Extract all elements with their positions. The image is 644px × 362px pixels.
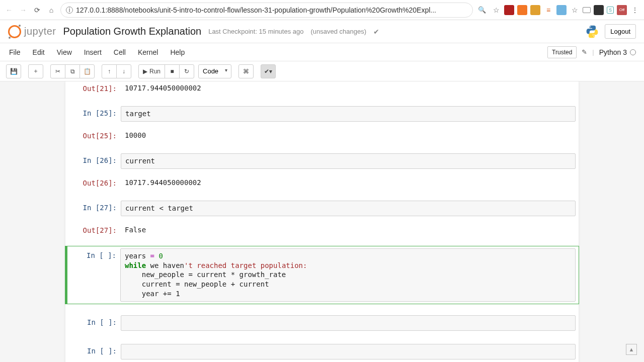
output-text: False <box>121 223 576 235</box>
ext-orange-icon[interactable] <box>517 5 527 15</box>
code-input[interactable]: target <box>121 106 576 122</box>
home-icon[interactable]: ⌂ <box>46 5 56 15</box>
output-row: Out[27]: False <box>65 221 579 237</box>
out-prompt: Out[21]: <box>65 81 121 93</box>
menubar: File Edit View Insert Cell Kernel Help T… <box>0 43 644 61</box>
ext-yellow-icon[interactable] <box>530 5 540 15</box>
overflow-icon[interactable]: ⋮ <box>630 5 640 15</box>
bookmark-star-icon[interactable]: ☆ <box>570 5 580 15</box>
code-input[interactable]: current < target <box>121 201 576 216</box>
code-cell[interactable]: In [25]: target <box>65 104 579 124</box>
notebook-scroll[interactable]: Out[21]: 10717.944050000002In [25]: targ… <box>0 81 644 362</box>
notebook: Out[21]: 10717.944050000002In [25]: targ… <box>65 81 579 362</box>
code-cell[interactable]: In [26]: current <box>65 151 579 171</box>
in-prompt: In [26]: <box>65 153 121 169</box>
star-icon[interactable]: ☆ <box>491 5 501 15</box>
checkpoint-text: Last Checkpoint: 15 minutes ago <box>208 28 303 35</box>
interrupt-button[interactable]: ■ <box>165 64 180 78</box>
code-cell-selected[interactable]: In [ ]: years = 0 while we haven't reach… <box>65 246 579 304</box>
back-icon[interactable]: ← <box>4 5 14 15</box>
cast-icon[interactable] <box>583 7 591 13</box>
ext-lines-icon[interactable]: ≡ <box>543 5 553 15</box>
code-input[interactable] <box>121 315 576 331</box>
scroll-top-button[interactable]: ▲ <box>626 344 637 355</box>
save-button[interactable]: 💾 <box>6 64 21 78</box>
ext-s-icon[interactable]: S <box>607 7 614 14</box>
output-text: 10717.944050000002 <box>121 176 576 188</box>
menu-file[interactable]: File <box>8 46 22 58</box>
ext-dark-icon[interactable] <box>594 5 604 15</box>
output-text: 10000 <box>121 129 576 140</box>
ext-off-icon[interactable]: Off <box>617 5 627 15</box>
python-logo-icon <box>585 24 600 39</box>
command-palette-button[interactable]: ⌘ <box>238 64 254 78</box>
menu-cell[interactable]: Cell <box>113 46 127 58</box>
kernel-indicator[interactable]: Python 3 <box>599 48 636 56</box>
check-icon: ✔ <box>373 28 379 36</box>
menu-edit[interactable]: Edit <box>32 46 46 58</box>
notebook-title[interactable]: Population Growth Explanation <box>63 26 202 37</box>
url-text: 127.0.0.1:8888/notebooks/unit-5-intro-to… <box>76 6 436 14</box>
kernel-status-icon <box>630 49 636 55</box>
output-row: Out[21]: 10717.944050000002 <box>65 81 579 95</box>
url-bar[interactable]: i 127.0.0.1:8888/notebooks/unit-5-intro-… <box>60 3 473 18</box>
ext-ublock-icon[interactable] <box>504 5 514 15</box>
cut-button[interactable]: ✂ <box>50 64 65 78</box>
output-row: Out[25]: 10000 <box>65 127 579 142</box>
in-prompt: In [ ]: <box>65 344 121 359</box>
in-prompt: In [ ]: <box>65 315 121 331</box>
code-input[interactable]: years = 0 while we haven't reached targe… <box>120 248 576 302</box>
extension-icons: ☆ ≡ ☆ S Off ⋮ <box>491 5 640 15</box>
move-up-button[interactable]: ↑ <box>102 64 117 78</box>
unsaved-text: (unsaved changes) <box>311 28 367 35</box>
output-row: Out[26]: 10717.944050000002 <box>65 174 579 190</box>
reload-icon[interactable]: ⟳ <box>32 5 42 15</box>
site-info-icon[interactable]: i <box>66 7 73 14</box>
paste-button[interactable]: 📋 <box>79 64 95 78</box>
code-cell[interactable]: In [27]: current < target <box>65 199 579 218</box>
out-prompt: Out[26]: <box>65 176 121 188</box>
run-button[interactable]: ▶ Run <box>138 64 165 78</box>
cell-type-select[interactable]: Code <box>198 64 231 78</box>
output-text: 10717.944050000002 <box>121 81 576 93</box>
code-cell[interactable]: In [ ]: <box>65 313 579 333</box>
menu-help[interactable]: Help <box>169 46 186 58</box>
in-prompt: In [ ]: <box>67 248 120 302</box>
move-down-button[interactable]: ↓ <box>116 64 131 78</box>
logout-button[interactable]: Logout <box>605 24 636 39</box>
nbextension-button[interactable]: ✔▾ <box>261 64 276 78</box>
code-input[interactable]: current <box>121 153 576 169</box>
jupyter-logo-text: jupyter <box>24 26 56 37</box>
notebook-header: jupyter Population Growth Explanation La… <box>0 20 644 43</box>
toolbar: 💾 ＋ ✂ ⧉ 📋 ↑ ↓ ▶ Run ■ ↻ Code ⌘ ✔▾ <box>0 61 644 81</box>
out-prompt: Out[25]: <box>65 129 121 140</box>
forward-icon[interactable]: → <box>18 5 28 15</box>
browser-chrome: ← → ⟳ ⌂ i 127.0.0.1:8888/notebooks/unit-… <box>0 0 644 20</box>
code-input[interactable] <box>121 344 576 359</box>
menu-kernel[interactable]: Kernel <box>137 46 159 58</box>
menu-insert[interactable]: Insert <box>83 46 103 58</box>
code-cell[interactable]: In [ ]: <box>65 342 579 361</box>
menu-view[interactable]: View <box>56 46 73 58</box>
kernel-name: Python 3 <box>599 48 627 56</box>
jupyter-logo-icon <box>8 25 21 38</box>
trusted-badge[interactable]: Trusted <box>547 46 577 58</box>
restart-button[interactable]: ↻ <box>179 64 194 78</box>
in-prompt: In [27]: <box>65 201 121 216</box>
add-cell-button[interactable]: ＋ <box>28 64 43 78</box>
ext-blue-icon[interactable] <box>556 5 567 15</box>
copy-button[interactable]: ⧉ <box>65 64 80 78</box>
jupyter-logo[interactable]: jupyter <box>8 25 56 38</box>
zoom-icon[interactable]: 🔍 <box>477 5 487 15</box>
in-prompt: In [25]: <box>65 106 121 122</box>
out-prompt: Out[27]: <box>65 223 121 235</box>
pencil-icon[interactable]: ✎ <box>582 48 587 56</box>
